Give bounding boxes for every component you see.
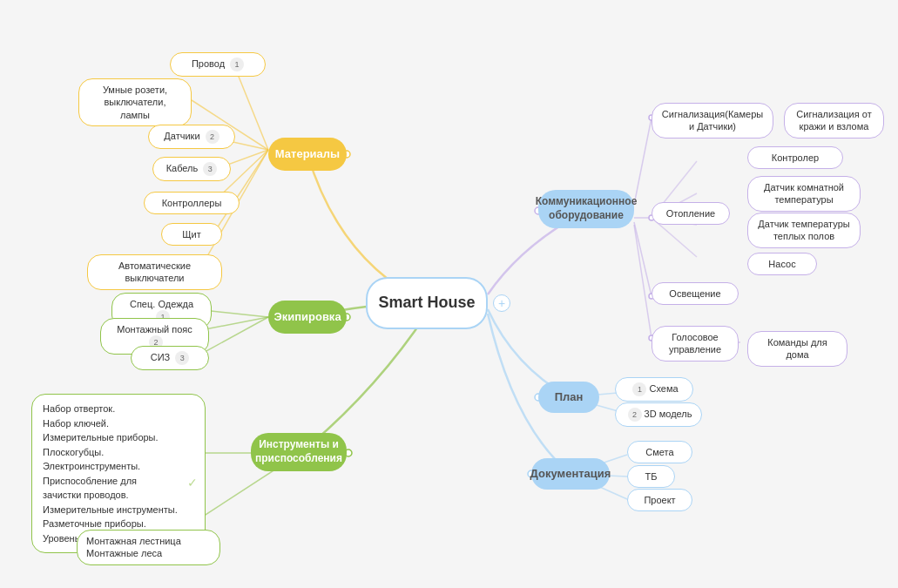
svg-line-12: [634, 118, 652, 205]
branch-tools[interactable]: Инструменты и приспособления: [251, 433, 347, 471]
branch-plan[interactable]: План: [538, 382, 599, 413]
leaf-golosovoe[interactable]: Голосовое управление: [652, 326, 739, 362]
branch-comm[interactable]: Коммуникационное оборудование: [538, 190, 634, 228]
center-node: Smart House: [366, 277, 488, 329]
leaf-shchit[interactable]: Щит: [161, 223, 222, 246]
leaf-provod[interactable]: Провод 1: [170, 52, 266, 77]
branch-equip[interactable]: Экипировка: [268, 301, 347, 334]
leaf-tools-ladder[interactable]: Монтажная лестницаМонтажные леса: [77, 530, 220, 565]
leaf-kontroler[interactable]: Контролер: [747, 146, 843, 169]
leaf-komandy[interactable]: Команды для дома: [747, 331, 847, 367]
leaf-3d-model[interactable]: 2 3D модель: [615, 402, 702, 427]
leaf-avtomat[interactable]: Автоматические выключатели: [87, 254, 222, 290]
leaf-datchik-komnata[interactable]: Датчик комнатной температуры: [747, 176, 861, 212]
branch-docs[interactable]: Документация: [531, 458, 610, 490]
leaf-rozetki[interactable]: Умные розети, выключатели, лампы: [78, 78, 192, 126]
svg-line-19: [634, 225, 652, 338]
leaf-osveschenie[interactable]: Освещение: [652, 282, 739, 305]
leaf-signalizatsiya-right[interactable]: Сигнализация от кражи и взлома: [784, 103, 884, 139]
leaf-signalizatsiya[interactable]: Сигнализация(Камеры и Датчики): [652, 103, 773, 139]
leaf-schema[interactable]: 1 Схема: [615, 377, 693, 402]
leaf-siz[interactable]: СИЗ 3: [131, 346, 209, 370]
leaf-smeta[interactable]: Смета: [627, 441, 692, 463]
leaf-nasos[interactable]: Насос: [747, 253, 817, 275]
leaf-tb[interactable]: ТБ: [627, 465, 675, 488]
leaf-datchiki[interactable]: Датчики 2: [148, 125, 235, 149]
svg-line-0: [235, 68, 268, 150]
add-node-button[interactable]: +: [493, 294, 510, 312]
leaf-controllers[interactable]: Контроллеры: [144, 192, 240, 214]
leaf-kabel[interactable]: Кабель 3: [152, 157, 231, 181]
branch-materials[interactable]: Материалы: [268, 138, 347, 171]
center-label: Smart House: [378, 293, 475, 313]
leaf-otoplenie[interactable]: Отопление: [652, 202, 730, 225]
svg-line-18: [634, 222, 652, 296]
leaf-proekt[interactable]: Проект: [627, 489, 692, 511]
leaf-datchik-teplye[interactable]: Датчик температуры теплых полов: [747, 213, 861, 248]
